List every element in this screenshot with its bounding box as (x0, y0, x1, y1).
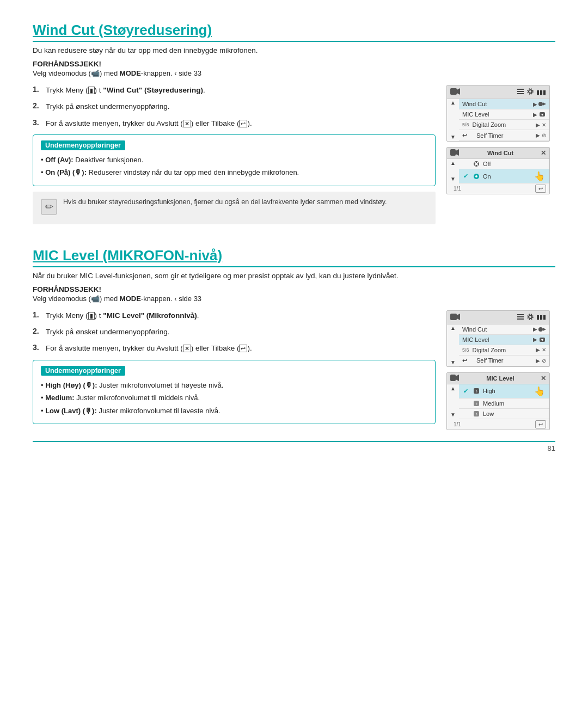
cam4-back-btn[interactable]: ↩ (535, 420, 546, 428)
cam1-back-icon: ↩ (462, 132, 474, 139)
section1-title: Wind Cut (Støyredusering) (33, 22, 555, 42)
section2-panels: ▮▮▮ ▲ ▼ Wind Cut ▶ (446, 310, 555, 430)
svg-text:✏: ✏ (45, 201, 53, 212)
page-number: 81 (33, 441, 555, 452)
svg-marker-32 (456, 375, 459, 381)
svg-rect-22 (517, 314, 524, 315)
cam1-row-selftimer[interactable]: ↩ Self Timer ▶ ⊘ (459, 130, 549, 141)
section2-submenu-box: Undermenyoppføringer • High (Høy) (🎙): J… (33, 360, 436, 425)
cam2-down-arrow[interactable]: ▼ (450, 176, 456, 182)
svg-rect-2 (450, 88, 457, 95)
section1-step1: 1. Trykk Meny (▮) t "Wind Cut" (Støyredu… (33, 85, 436, 96)
cam2-option-on[interactable]: ✔ On 👆 (459, 169, 549, 183)
section1-intro: Du kan redusere støy når du tar opp med … (33, 46, 555, 54)
cam3-rows: Wind Cut ▶ MIC Level ▶ 5/6 (459, 324, 549, 366)
section1-steps-left: 1. Trykk Meny (▮) t "Wind Cut" (Støyredu… (33, 85, 436, 234)
cam4-title: MIC Level (486, 375, 514, 382)
cam1-row-miclevel[interactable]: MIC Level ▶ (459, 109, 549, 120)
cam4-down-arrow[interactable]: ▼ (450, 412, 456, 418)
cam3-video-icon (450, 313, 460, 322)
cam3-back-icon: ↩ (462, 357, 474, 364)
cam1-down-arrow[interactable]: ▼ (450, 134, 456, 140)
cam2-hand-icon: 👆 (534, 171, 545, 181)
section2-steps-left: 1. Trykk Meny (▮) t "MIC Level" (Mikrofo… (33, 310, 436, 430)
section1-step3: 3. For å avslutte menyen, trykker du Avs… (33, 118, 436, 129)
cam3-down-arrow[interactable]: ▼ (450, 360, 456, 365)
cam1-row-windcut[interactable]: Wind Cut ▶ (459, 99, 549, 109)
section2-cam-panel1: ▮▮▮ ▲ ▼ Wind Cut ▶ (446, 310, 550, 367)
cam4-hand-icon: 👆 (534, 386, 545, 396)
cam1-up-arrow[interactable]: ▲ (450, 100, 456, 106)
cam4-nav-area: ▲ ▼ ✔ ♪ High 👆 ♪ Medium (447, 384, 549, 419)
section2-submenu-item2: • Medium: Juster mikrofonvolumet til mid… (41, 393, 427, 403)
svg-marker-10 (543, 102, 546, 106)
svg-point-27 (538, 327, 543, 332)
svg-text:♪: ♪ (475, 401, 477, 406)
cam3-menu-icon (517, 313, 524, 322)
section2-prereq-text: Velg videomodus (📹) med MODE-knappen. ‹ … (33, 295, 555, 303)
section1: Wind Cut (Støyredusering) Du kan reduser… (33, 22, 555, 234)
section1-step2: 2. Trykk på ønsket undermenyoppføring. (33, 101, 436, 112)
svg-rect-13 (450, 149, 456, 156)
svg-marker-14 (456, 149, 459, 156)
svg-rect-4 (517, 89, 524, 90)
section1-submenu-box: Undermenyoppføringer • Off (Av): Deaktiv… (33, 134, 436, 186)
note-icon: ✏ (40, 198, 58, 219)
cam2-up-arrow[interactable]: ▲ (450, 161, 456, 166)
section2-submenu-item1: • High (Høy) (🎙): Juster mikrofonvolumet… (41, 380, 427, 391)
svg-text:♪: ♪ (475, 412, 477, 416)
cam3-row-digitalzoom[interactable]: 5/6 Digital Zoom ▶ ✕ (459, 345, 549, 356)
cam2-nav-col: ▲ ▼ (447, 159, 459, 183)
cam4-up-arrow[interactable]: ▲ (450, 386, 456, 391)
cam1-rows: Wind Cut ▶ MIC Level ▶ 5/6 (459, 99, 549, 141)
svg-marker-28 (543, 328, 546, 331)
cam1-gear-icon (526, 88, 534, 96)
svg-marker-3 (457, 88, 460, 95)
svg-marker-21 (457, 314, 460, 320)
cam2-nav-area: ▲ ▼ Off ✔ On 👆 (447, 159, 549, 183)
section2-step2: 2. Trykk på ønsket undermenyoppføring. (33, 327, 436, 338)
section2-steps-area: 1. Trykk Meny (▮) t "MIC Level" (Mikrofo… (33, 310, 555, 430)
cam1-top-icons: ▮▮▮ (517, 88, 546, 96)
cam1-battery-icon: ▮▮▮ (536, 89, 546, 96)
svg-point-19 (475, 175, 477, 177)
svg-rect-5 (517, 91, 524, 92)
cam3-row-miclevel[interactable]: MIC Level ▶ (459, 335, 549, 345)
section2-step3: 3. For å avslutte menyen, trykker du Avs… (33, 343, 436, 354)
cam3-row-windcut[interactable]: Wind Cut ▶ (459, 324, 549, 335)
cam4-nav-col: ▲ ▼ (447, 384, 459, 419)
section2-prereq-label: FORHÅNDSSJEKK! (33, 285, 555, 293)
svg-rect-31 (450, 375, 456, 381)
cam4-footer: 1/1 ↩ (447, 419, 549, 430)
section1-prereq-text: Velg videomodus (📹) med MODE-knappen. ‹ … (33, 69, 555, 77)
section1-cam-panel1: ▮▮▮ ▲ ▼ Wind Cut ▶ (446, 85, 550, 142)
cam4-close[interactable]: ✕ (541, 375, 546, 382)
section2-submenu-item3: • Low (Lavt) (🎙): Juster mikrofonvolumet… (41, 406, 427, 416)
section2: MIC Level (MIKROFON-nivå) Når du bruker … (33, 247, 555, 430)
cam2-close[interactable]: ✕ (541, 149, 546, 157)
cam1-row-digitalzoom[interactable]: 5/6 Digital Zoom ▶ ✕ (459, 120, 549, 130)
cam4-options: ✔ ♪ High 👆 ♪ Medium ♪ (459, 384, 549, 419)
cam3-nav-col: ▲ ▼ (447, 324, 459, 366)
cam2-option-off[interactable]: Off (459, 159, 549, 169)
cam3-gear-icon (526, 313, 534, 322)
cam3-row-selftimer[interactable]: ↩ Self Timer ▶ ⊘ (459, 356, 549, 366)
section1-note-box: ✏ Hvis du bruker støyreduseringsfunksjon… (33, 192, 436, 224)
cam4-option-low[interactable]: ♪ Low (459, 409, 549, 419)
cam3-up-arrow[interactable]: ▲ (450, 326, 456, 331)
svg-rect-23 (517, 316, 524, 317)
cam2-top: Wind Cut ✕ (447, 148, 549, 159)
cam4-option-high[interactable]: ✔ ♪ High 👆 (459, 384, 549, 399)
svg-rect-20 (450, 314, 457, 320)
cam4-option-medium[interactable]: ♪ Medium (459, 399, 549, 409)
svg-rect-24 (517, 318, 524, 320)
cam2-back-btn[interactable]: ↩ (535, 185, 546, 193)
section1-cam-panel2: Wind Cut ✕ ▲ ▼ Off (446, 147, 550, 194)
svg-point-9 (538, 102, 543, 106)
section1-submenu-item1: • Off (Av): Deaktiver funksjonen. (41, 155, 427, 166)
section1-prereq-label: FORHÅNDSSJEKK! (33, 60, 555, 68)
cam3-top-bar: ▮▮▮ (447, 311, 549, 324)
section1-steps-area: 1. Trykk Meny (▮) t "Wind Cut" (Støyredu… (33, 85, 555, 234)
cam2-options: Off ✔ On 👆 (459, 159, 549, 183)
cam4-top: MIC Level ✕ (447, 373, 549, 384)
